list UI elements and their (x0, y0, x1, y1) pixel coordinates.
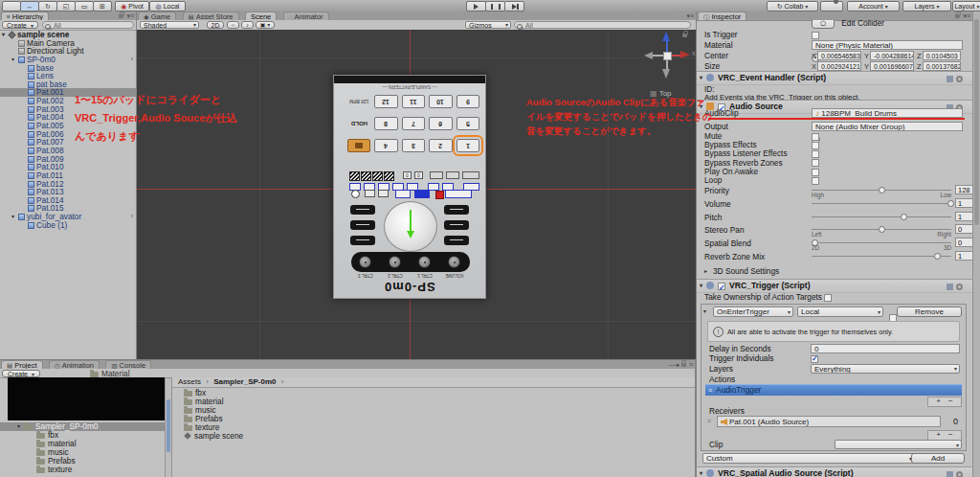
breadcrumb-assets[interactable]: Assets (178, 377, 201, 386)
draw-mode-dropdown[interactable]: Shaded (140, 21, 199, 29)
hand-tool-button[interactable] (2, 1, 21, 11)
delay-field[interactable]: 0 (811, 344, 960, 353)
gear-icon[interactable] (956, 76, 963, 82)
scene-canvas[interactable]: x z ▦ Top — SAMPLE/PATTERN — 128 BPM HOL… (137, 30, 696, 359)
breadcrumb-current[interactable]: Sampler_SP-0m0 (213, 377, 276, 386)
edit-collider-button[interactable]: ⬠ (812, 20, 835, 29)
hierarchy-item[interactable]: Pat.012 (0, 180, 136, 189)
hierarchy-item[interactable]: ▾SP-0m0› (0, 56, 136, 64)
remove-receiver-button[interactable]: − (948, 430, 953, 439)
slider-value-field[interactable]: 128 (955, 185, 972, 194)
checkbox[interactable] (812, 133, 819, 141)
help-icon[interactable] (947, 76, 953, 82)
hierarchy-item[interactable]: ▾yubi_for_avator› (0, 213, 136, 221)
scrollbar-thumb[interactable] (974, 19, 979, 225)
device-pad[interactable]: 12 (374, 95, 398, 108)
slider-thumb[interactable] (901, 214, 907, 220)
size-x-field[interactable]: 0.002924121 (817, 61, 861, 71)
pivot-toggle-button[interactable]: ◉ Pivot (115, 1, 149, 11)
action-item-audiotrigger[interactable]: ≡AudioTrigger (705, 384, 962, 396)
inspector-scrollbar[interactable] (972, 11, 980, 477)
axis-cone-x[interactable] (680, 51, 690, 58)
sampler-device-model[interactable]: — SAMPLE/PATTERN — 128 BPM HOLD 12111098… (333, 75, 486, 299)
audioclip-field[interactable]: ♪ 128BPM_Build Drums (812, 108, 963, 118)
hierarchy-item[interactable]: Pat.010 (0, 163, 136, 171)
scene-lock-icon[interactable] (682, 34, 687, 37)
ownership-checkbox[interactable] (824, 294, 832, 302)
lock-icon[interactable] (119, 14, 123, 18)
tree-item[interactable]: Prefabs (0, 457, 165, 466)
cloud-button[interactable] (820, 1, 843, 11)
layers-dropdown-field[interactable]: Everything (811, 364, 960, 374)
axis-center-cube[interactable] (663, 52, 672, 60)
2d-toggle-button[interactable]: 2D (207, 21, 224, 29)
receiver-object-field[interactable]: Pat.001 (Audio Source) (717, 416, 941, 427)
tree-item[interactable]: fbx (0, 431, 165, 440)
tree-item[interactable]: music (0, 448, 165, 457)
hierarchy-item[interactable]: Directional Light (0, 47, 136, 56)
component-header-vrc-trigger[interactable]: ▾VRC_Trigger (Script) (697, 279, 972, 293)
device-pad[interactable]: 7 (402, 117, 426, 130)
axis-cone-z[interactable] (662, 32, 670, 41)
asset-item[interactable]: music (184, 406, 695, 415)
slider-value-field[interactable]: 1 (955, 251, 972, 261)
device-pad[interactable]: 2 (429, 139, 453, 152)
component-header-event-handler[interactable]: ▾VRC_Event Handler (Script) (697, 71, 972, 85)
is-trigger-checkbox[interactable] (812, 32, 819, 39)
rect-tool-button[interactable]: ▭ (75, 1, 94, 11)
size-z-field[interactable]: 0.001376825 (923, 61, 961, 71)
layout-dropdown[interactable]: Layout▾ (952, 1, 980, 11)
orientation-gizmo[interactable]: x z (638, 32, 692, 85)
device-pad[interactable]: 11 (402, 95, 426, 108)
asset-item[interactable]: material (184, 398, 695, 406)
layers-dropdown[interactable]: Layers▾ (902, 1, 951, 11)
trigger-event-dropdown[interactable]: OnEnterTrigger (713, 307, 793, 317)
add-button[interactable]: Add (911, 453, 965, 464)
physic-material-field[interactable]: None (Physic Material) (812, 40, 963, 50)
rotate-tool-button[interactable]: ↻ (38, 1, 57, 11)
collab-dropdown[interactable]: ↻ Collab▾ (767, 1, 818, 11)
scene-search-input[interactable]: All (514, 21, 691, 29)
tree-item[interactable]: material (0, 440, 165, 448)
tab-scene[interactable]: Scene (245, 11, 277, 20)
slider-thumb[interactable] (947, 200, 954, 207)
hierarchy-create-button[interactable]: Create ▾ (2, 21, 38, 29)
hierarchy-item[interactable]: Lens (0, 72, 136, 80)
center-x-field[interactable]: 0.006546583 (817, 51, 861, 60)
device-orange-pad[interactable] (347, 139, 370, 152)
slider-track[interactable] (812, 256, 951, 257)
tab-console[interactable]: ▥Console (105, 360, 151, 369)
gear-icon[interactable] (956, 284, 963, 290)
hierarchy-item[interactable]: Pat.013 (0, 188, 136, 196)
tab-asset-store[interactable]: ▤Asset Store (183, 11, 239, 20)
remove-action-button[interactable]: − (948, 397, 953, 405)
slider-track[interactable] (812, 242, 951, 243)
project-scrollbar[interactable] (165, 377, 172, 477)
hierarchy-search-input[interactable]: All (42, 21, 134, 29)
effects-dropdown[interactable]: ▣▾ (256, 21, 275, 29)
foldout-icon[interactable]: ▾ (11, 56, 18, 64)
checkbox[interactable] (812, 159, 819, 167)
slider-track[interactable] (812, 216, 951, 217)
device-pad[interactable]: 5 (457, 117, 480, 130)
slider-value-field[interactable]: 0 (955, 238, 972, 247)
size-y-field[interactable]: 0.001696607 (870, 61, 914, 71)
hierarchy-item[interactable]: Cube (1) (0, 221, 136, 230)
move-tool-button[interactable]: ↔ (20, 1, 39, 11)
foldout-icon[interactable]: ▾ (703, 307, 710, 314)
scale-tool-button[interactable]: ◱ (56, 1, 76, 11)
tab-game[interactable]: ◉Game (138, 11, 176, 20)
hierarchy-item[interactable]: Pat.014 (0, 196, 136, 205)
move-gizmo-y-axis[interactable] (410, 210, 412, 231)
slider-value-field[interactable]: 1 (955, 198, 972, 208)
axis-cone-west[interactable] (644, 52, 653, 59)
hierarchy-item[interactable]: base (0, 64, 136, 73)
lock-icon[interactable] (681, 363, 686, 367)
slider-value-field[interactable]: 1 (955, 212, 972, 221)
slider-thumb[interactable] (879, 187, 885, 193)
scrollbar-thumb[interactable] (167, 399, 170, 452)
checkbox[interactable] (812, 177, 819, 185)
gizmos-dropdown[interactable]: Gizmos (465, 21, 511, 29)
panel-menu-icon[interactable]: ▾≡ (126, 12, 134, 19)
gear-icon[interactable] (956, 471, 963, 477)
